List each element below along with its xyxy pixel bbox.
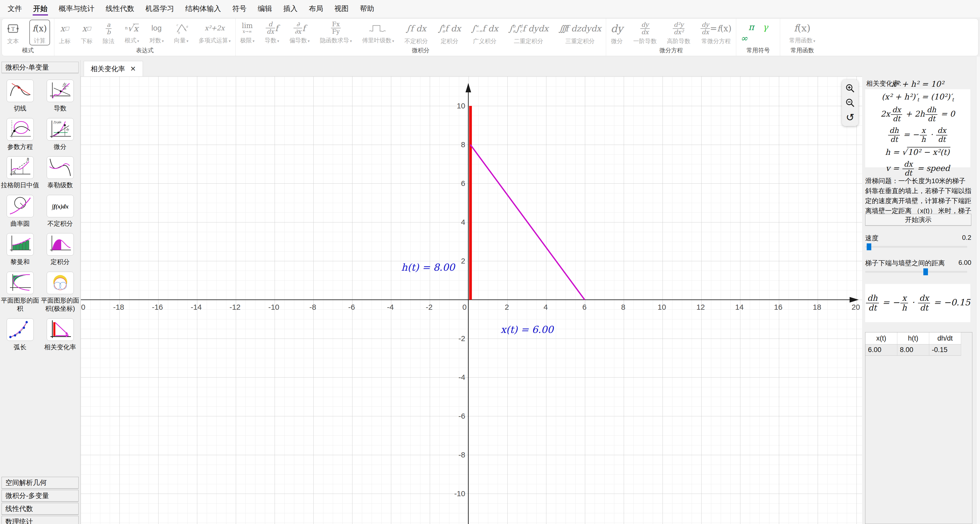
definite-integral-button[interactable]: ∫baf dx 定积分	[438, 20, 461, 45]
sidebar-item-definite-integral[interactable]: 定积分	[40, 233, 80, 266]
speed-slider[interactable]	[865, 246, 967, 248]
zoom-in-button[interactable]	[844, 82, 856, 94]
menu-item-view[interactable]: 视图	[334, 4, 348, 14]
svg-text:dy: dy	[66, 127, 69, 131]
right-panel-scrollbar[interactable]	[976, 57, 980, 524]
menu-item-probability-statistics[interactable]: 概率与统计	[59, 4, 94, 14]
higher-derivative-button[interactable]: d²ydx² 高阶导数	[667, 20, 691, 45]
sidebar-item-lagrange-mean-value[interactable]: AB 拉格朗日中值	[0, 156, 40, 189]
sidebar-item-riemann-sum[interactable]: 黎曼和	[0, 233, 40, 266]
common-functions-button[interactable]: f(x) 常用函数▾	[789, 20, 816, 45]
y-axis-arrow-icon	[466, 83, 471, 92]
log-button[interactable]: log 对数▾	[149, 20, 164, 45]
menu-item-layout[interactable]: 布局	[309, 4, 323, 14]
sidebar-section-calculus-multivariable[interactable]: 微积分-多变量	[2, 490, 79, 502]
indefinite-integral-button[interactable]: ∫f dx 不定积分	[404, 20, 428, 45]
menu-item-help[interactable]: 帮助	[360, 4, 374, 14]
polynomial-icon: x²+2x	[205, 20, 224, 36]
double-integral-button[interactable]: ∫ba∫dcf dydx 二重定积分	[508, 20, 549, 45]
sidebar-item-curvature-circle[interactable]: 曲率圆	[0, 195, 40, 228]
ribbon-group-label: 微积分	[240, 45, 602, 56]
formula-line: (x² + h²)′t = (10²)′t	[882, 92, 954, 102]
speed-slider-thumb[interactable]	[867, 243, 871, 250]
sidebar-item-indefinite-integral[interactable]: ∫f(x)dx 不定积分	[40, 195, 80, 228]
ladder-series	[470, 144, 585, 300]
tangent-icon	[6, 79, 34, 102]
sidebar-section-space-analytic-geometry[interactable]: 空间解析几何	[2, 477, 79, 489]
reset-view-button[interactable]: ↺	[844, 111, 856, 124]
implicit-derivative-button[interactable]: FxFy 隐函数求导▾	[319, 20, 352, 45]
zoom-out-button[interactable]	[844, 97, 856, 109]
sidebar-item-plane-area[interactable]: 平面图形的面积	[0, 272, 40, 313]
limit-button[interactable]: limx→∞ 极限▾	[240, 20, 255, 45]
y-tick: 4	[447, 218, 465, 227]
first-derivative-button[interactable]: dydx 一阶导数	[633, 20, 657, 45]
infinity-symbol-button[interactable]: ∞	[740, 34, 776, 43]
x-tick: -2	[426, 303, 433, 311]
sidebar-item-tangent[interactable]: 切线	[0, 79, 40, 113]
x-axis-arrow-icon	[850, 297, 859, 303]
sidebar-section-linear-algebra[interactable]: 线性代数	[2, 503, 79, 514]
close-icon[interactable]: ✕	[130, 65, 136, 73]
subscript-icon: x□	[82, 20, 91, 37]
sidebar-item-related-rates[interactable]: 相关变化率	[40, 318, 80, 351]
partial-derivative-button[interactable]: ∂∂xf 偏导数▾	[289, 20, 310, 45]
superscript-button[interactable]: x□ 上标	[59, 20, 71, 45]
y-tick: -2	[447, 334, 465, 343]
fourier-button[interactable]: 傅里叶级数▾	[362, 20, 395, 45]
subscript-button[interactable]: x□ 下标	[80, 20, 93, 45]
ribbon-group-label: 表达式	[59, 45, 231, 56]
parametric-equation-icon	[6, 118, 34, 141]
calc-mode-button[interactable]: f(x) 计算	[29, 20, 50, 45]
formula-line: dhdt = −xh · dxdt	[887, 127, 948, 144]
sidebar-item-derivative[interactable]: dydx 导数	[40, 79, 80, 113]
sidebar-item-plane-area-polar[interactable]: 平面图形的面积(极坐标)	[40, 272, 80, 313]
distance-slider-thumb[interactable]	[923, 268, 928, 275]
sidebar-item-grid: 切线 dydx 导数 参数方程 f'(x)dxdy 微分	[0, 75, 80, 357]
vector-button[interactable]: cab 向量▾	[173, 20, 189, 45]
zoom-out-icon	[845, 98, 855, 108]
pi-symbol-button[interactable]: π	[749, 23, 754, 32]
menu-item-linear-algebra[interactable]: 线性代数	[106, 4, 134, 14]
menu-item-symbols[interactable]: 符号	[232, 4, 247, 14]
sidebar-item-taylor-series[interactable]: 泰勒级数	[40, 156, 80, 189]
gamma-symbol-button[interactable]: γ	[763, 23, 768, 32]
menu-item-machine-learning[interactable]: 机器学习	[145, 4, 174, 14]
derivative-plot-icon: dydx	[47, 79, 74, 102]
partial-derivative-icon: ∂∂xf	[293, 20, 305, 36]
table-cell-xt: 6.00	[865, 345, 897, 356]
sidebar-section-calculus-single-variable[interactable]: 微积分-单变量	[2, 62, 79, 73]
start-demo-button[interactable]: 开始演示	[865, 214, 971, 225]
dropdown-arrow-icon: ▾	[308, 39, 310, 43]
fraction-button[interactable]: ab 除法	[102, 20, 115, 45]
distance-slider[interactable]	[865, 271, 967, 273]
sidebar-item-parametric-equation[interactable]: 参数方程	[0, 118, 40, 151]
text-mode-button[interactable]: T 文本	[6, 20, 20, 45]
menu-item-struct-input[interactable]: 结构体输入	[185, 4, 221, 14]
first-derivative-icon: dydx	[640, 20, 650, 37]
triple-integral-button[interactable]: ∫∫∫ f dzdydx 三重定积分	[558, 20, 602, 45]
tab-bar: 相关变化率 ✕	[81, 61, 862, 76]
ode-button[interactable]: dydx=f(x) 常微分方程	[700, 20, 732, 45]
tab-related-rates[interactable]: 相关变化率 ✕	[84, 61, 143, 76]
menu-item-insert[interactable]: 插入	[283, 4, 298, 14]
menu-item-file[interactable]: 文件	[8, 4, 22, 14]
svg-text:A: A	[13, 170, 15, 175]
differential-button[interactable]: dy 微分	[610, 20, 624, 45]
polynomial-button[interactable]: x²+2x 多项式运算▾	[198, 20, 231, 45]
plot-canvas[interactable]: -20 -18 -16 -14 -12 -10 -8 -6 -4 -2 0 2 …	[81, 76, 862, 524]
zoom-in-icon	[845, 83, 855, 94]
radical-button[interactable]: n√x 根式▾	[124, 20, 140, 45]
improper-integral-button[interactable]: ∫∞−∞f dx 广义积分	[471, 20, 499, 45]
sidebar-item-differential[interactable]: f'(x)dxdy 微分	[40, 118, 80, 151]
result-formula: dhdt = −xh · dxdt = −0.15	[865, 294, 970, 313]
sidebar-item-arc-length[interactable]: 弧长	[0, 318, 40, 351]
x-tick: 16	[774, 303, 783, 311]
menu-item-home[interactable]: 开始	[33, 4, 48, 14]
svg-text:c: c	[177, 23, 178, 27]
menu-item-edit[interactable]: 编辑	[258, 4, 272, 14]
x-tick: 18	[813, 303, 821, 311]
derivative-button[interactable]: ddxf 导数▾	[264, 20, 280, 45]
sidebar-section-math-statistics[interactable]: 数理统计	[2, 516, 79, 524]
radical-icon: n√x	[125, 20, 139, 36]
